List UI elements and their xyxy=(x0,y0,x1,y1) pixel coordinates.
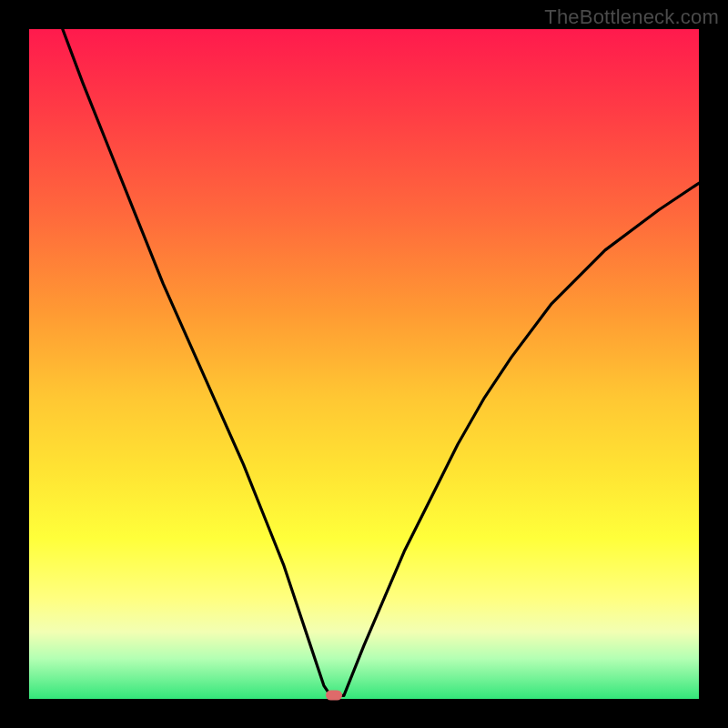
watermark-text: TheBottleneck.com xyxy=(544,5,719,29)
chart-frame: TheBottleneck.com xyxy=(0,0,728,728)
minimum-marker xyxy=(326,691,342,701)
plot-area xyxy=(29,29,699,699)
curve-svg xyxy=(29,29,699,699)
bottleneck-curve-path xyxy=(63,29,699,695)
